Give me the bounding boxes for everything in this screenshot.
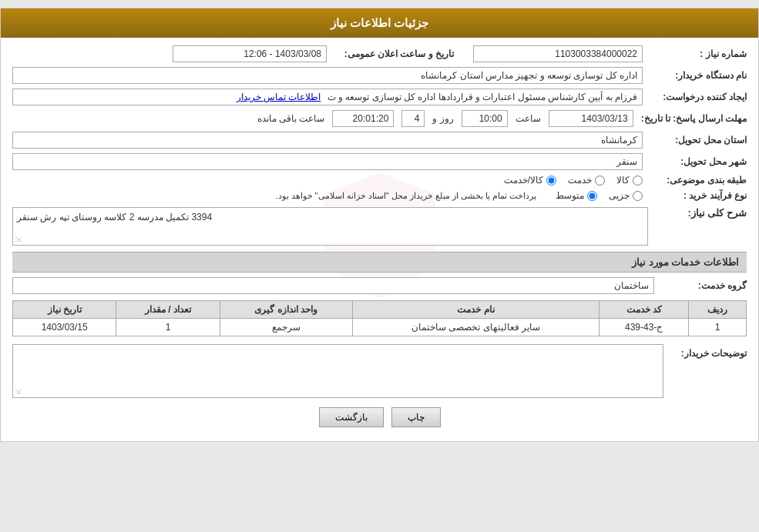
page-container: جزئیات اطلاعات نیاز AnatTender نت شماره … bbox=[0, 8, 759, 442]
date-value: 1403/03/13 bbox=[549, 110, 633, 127]
tarikh-elan-value: 1403/03/08 - 12:06 bbox=[173, 45, 327, 62]
sharh-value: 3394 تکمیل مدرسه 2 کلاسه روستای تپه رش س… bbox=[17, 212, 212, 223]
radio-kala-khadamat: کالا/خدمت bbox=[504, 175, 556, 186]
shomara-niaz-value: 1103003384000022 bbox=[473, 45, 643, 62]
services-table-container: ردیف کد خدمت نام خدمت واحد اندازه گیری ت… bbox=[12, 300, 747, 336]
nooe-label: نوع فرآیند خرید : bbox=[646, 190, 747, 201]
radio-kala-label: کالا bbox=[616, 175, 630, 186]
mohlat-row: مهلت ارسال پاسخ: تا تاریخ: 1403/03/13 سا… bbox=[12, 110, 747, 127]
shahr-value: سنقر bbox=[12, 153, 643, 170]
cell-radif: 1 bbox=[689, 319, 747, 336]
sharh-value-box: 3394 تکمیل مدرسه 2 کلاسه روستای تپه رش س… bbox=[12, 207, 648, 246]
roz-label: روز و bbox=[432, 113, 453, 124]
table-body: 1ج-43-439سایر فعالیتهای تخصصی ساختمانسرج… bbox=[13, 319, 747, 336]
tarikh-elan-label: تاریخ و ساعت اعلان عمومی: bbox=[331, 49, 454, 59]
content-overlay: شماره نیاز : 1103003384000022 تاریخ و سا… bbox=[12, 45, 747, 427]
col-kod: کد خدمت bbox=[599, 301, 689, 319]
ostan-value: کرمانشاه bbox=[12, 132, 643, 149]
print-button[interactable]: چاپ bbox=[391, 407, 441, 427]
ijad-label: ایجاد کننده درخواست: bbox=[646, 92, 747, 102]
sharh-label: شرح کلی نیاز: bbox=[654, 207, 747, 219]
ostan-row: استان محل تحویل: کرمانشاه bbox=[12, 132, 747, 149]
mohlat-label: مهلت ارسال پاسخ: تا تاریخ: bbox=[637, 113, 747, 124]
shahr-row: شهر محل تحویل: سنقر bbox=[12, 153, 747, 170]
radio-kala-khadamat-label: کالا/خدمت bbox=[504, 175, 543, 186]
col-tarikh: تاریخ نیاز bbox=[13, 301, 116, 319]
table-header-row: ردیف کد خدمت نام خدمت واحد اندازه گیری ت… bbox=[13, 301, 747, 319]
garoh-label: گروه خدمت: bbox=[654, 280, 747, 291]
shahr-label: شهر محل تحویل: bbox=[646, 156, 747, 167]
radio-motavaset-label: متوسط bbox=[556, 190, 584, 201]
main-content-wrapper: AnatTender نت شماره نیاز : 1103003384000… bbox=[12, 45, 747, 427]
service-section-title: اطلاعات خدمات مورد نیاز bbox=[12, 252, 747, 273]
nam-dastgah-value: اداره کل توسازی توسعه و تجهیز مدارس استا… bbox=[12, 67, 643, 84]
tozihat-row: توضیحات خریدار: ⇲ bbox=[12, 344, 747, 398]
roz-value: 4 bbox=[401, 110, 425, 127]
saat-value: 10:00 bbox=[462, 110, 508, 127]
textarea-resize-icon: ⇲ bbox=[15, 387, 21, 396]
sharh-row: شرح کلی نیاز: 3394 تکمیل مدرسه 2 کلاسه ر… bbox=[12, 207, 747, 246]
col-tedad: تعداد / مقدار bbox=[116, 301, 220, 319]
col-vahed: واحد اندازه گیری bbox=[220, 301, 352, 319]
tabaqe-row: طبقه بندی موضوعی: کالا خدمت کالا/خدمت bbox=[12, 175, 747, 186]
radio-khadamat-label: خدمت bbox=[568, 175, 592, 186]
page-header: جزئیات اطلاعات نیاز bbox=[1, 8, 758, 38]
radio-motavaset-input[interactable] bbox=[587, 191, 597, 201]
garoh-value: ساختمان bbox=[12, 277, 654, 294]
ostan-label: استان محل تحویل: bbox=[646, 135, 747, 146]
nooe-radio-group: جزیی متوسط پرداخت تمام یا بخشی از مبلغ خ… bbox=[275, 190, 643, 201]
garoh-row: گروه خدمت: ساختمان bbox=[12, 277, 747, 294]
shomara-row: شماره نیاز : 1103003384000022 تاریخ و سا… bbox=[12, 45, 747, 62]
tozihat-label: توضیحات خریدار: bbox=[670, 344, 747, 359]
tozihat-box: ⇲ bbox=[12, 344, 663, 398]
cell-tedad: 1 bbox=[116, 319, 220, 336]
radio-kala: کالا bbox=[616, 175, 643, 186]
cell-kod: ج-43-439 bbox=[599, 319, 689, 336]
radio-motavaset: متوسط bbox=[556, 190, 597, 201]
sharh-section: شرح کلی نیاز: 3394 تکمیل مدرسه 2 کلاسه ر… bbox=[12, 207, 747, 246]
col-radif: ردیف bbox=[689, 301, 747, 319]
radio-jozii: جزیی bbox=[609, 190, 643, 201]
cell-vahed: سرجمع bbox=[220, 319, 352, 336]
cell-tarikh: 1403/03/15 bbox=[13, 319, 116, 336]
radio-jozii-input[interactable] bbox=[633, 191, 643, 201]
col-nam: نام خدمت bbox=[352, 301, 599, 319]
mande-label: ساعت باقی مانده bbox=[257, 113, 325, 124]
nam-dastgah-row: نام دستگاه خریدار: اداره کل توسازی توسعه… bbox=[12, 67, 747, 84]
services-table: ردیف کد خدمت نام خدمت واحد اندازه گیری ت… bbox=[12, 300, 747, 336]
resize-icon: ⇲ bbox=[15, 235, 21, 243]
back-button[interactable]: بازگشت bbox=[319, 407, 384, 427]
radio-kala-khadamat-input[interactable] bbox=[546, 176, 556, 186]
ijad-row: ایجاد کننده درخواست: فرزام به آیین کارشن… bbox=[12, 89, 747, 105]
ijad-value: فرزام به آیین کارشناس مسئول اعتبارات و ق… bbox=[12, 89, 643, 105]
radio-khadamat: خدمت bbox=[568, 175, 605, 186]
saat-label: ساعت bbox=[516, 113, 541, 124]
cell-nam: سایر فعالیتهای تخصصی ساختمان bbox=[352, 319, 599, 336]
radio-jozii-label: جزیی bbox=[609, 190, 630, 201]
radio-khadamat-input[interactable] bbox=[595, 176, 605, 186]
nam-dastgah-label: نام دستگاه خریدار: bbox=[646, 70, 747, 81]
table-row: 1ج-43-439سایر فعالیتهای تخصصی ساختمانسرج… bbox=[13, 319, 747, 336]
nooe-row: نوع فرآیند خرید : جزیی متوسط پرداخت تمام… bbox=[12, 190, 747, 201]
ijad-link[interactable]: اطلاعات تماس خریدار bbox=[237, 92, 321, 102]
page-title: جزئیات اطلاعات نیاز bbox=[331, 16, 428, 29]
radio-kala-input[interactable] bbox=[633, 176, 643, 186]
mande-value: 20:01:20 bbox=[332, 110, 394, 127]
tabaqe-radio-group: کالا خدمت کالا/خدمت bbox=[504, 175, 643, 186]
buttons-row: چاپ بازگشت bbox=[12, 407, 747, 427]
tabaqe-label: طبقه بندی موضوعی: bbox=[646, 175, 747, 186]
content-area: AnatTender نت شماره نیاز : 1103003384000… bbox=[1, 38, 758, 441]
shomara-niaz-label: شماره نیاز : bbox=[646, 49, 747, 59]
nooe-note: پرداخت تمام یا بخشی از مبلغ خریداز محل "… bbox=[275, 191, 536, 201]
